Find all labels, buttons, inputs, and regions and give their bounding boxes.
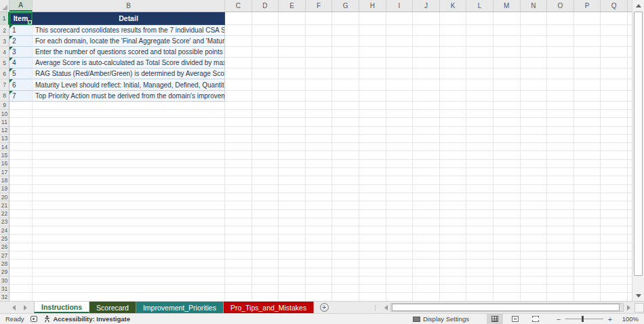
cell-n6[interactable] [521,68,548,79]
cell-h10[interactable] [359,110,386,118]
cell-q17[interactable] [601,168,628,176]
sheet-tab-pro_tips_and_mistakes[interactable]: Pro_Tips_and_Mistakes [224,302,314,313]
cell-q14[interactable] [601,143,628,151]
cell-a8[interactable]: 7 [9,91,33,102]
cell-b12[interactable] [33,127,225,135]
cell-b27[interactable] [33,251,225,260]
cell-c16[interactable] [225,160,252,168]
cell-p1[interactable] [574,12,601,25]
cell-q9[interactable] [601,102,628,110]
cell-q5[interactable] [601,58,628,68]
row-header-23[interactable]: 23 [0,218,9,226]
cell-c10[interactable] [225,110,252,118]
cell-d31[interactable] [252,285,279,293]
cell-g26[interactable] [332,243,359,251]
cell-m21[interactable] [494,201,521,209]
cell-k4[interactable] [440,47,467,58]
cell-f32[interactable] [306,293,333,301]
cell-b22[interactable] [33,210,225,218]
cell-a9[interactable] [9,102,33,110]
cell-k23[interactable] [440,218,467,226]
cell-g24[interactable] [332,226,359,235]
cell-p11[interactable] [574,118,601,126]
cell-i26[interactable] [386,243,414,251]
row-header-32[interactable]: 32 [0,293,9,301]
cell-k11[interactable] [440,118,467,126]
cell-n8[interactable] [521,91,548,102]
row-header-7[interactable]: 7 [0,79,9,90]
cell-d14[interactable] [252,143,279,151]
row-header-25[interactable]: 25 [0,235,9,243]
cell-i13[interactable] [386,135,414,143]
cell-e28[interactable] [279,260,306,268]
cell-j28[interactable] [413,260,440,268]
row-header-27[interactable]: 27 [0,251,9,260]
cell-h15[interactable] [359,151,386,159]
cell-h17[interactable] [359,168,386,176]
cell-l15[interactable] [466,151,494,159]
row-header-22[interactable]: 22 [0,210,9,218]
cell-f1[interactable] [306,12,333,25]
cell-f21[interactable] [306,201,333,209]
cell-o31[interactable] [547,285,574,293]
cell-p23[interactable] [574,218,601,226]
cell-q24[interactable] [601,226,628,235]
cell-h31[interactable] [359,285,386,293]
cell-j1[interactable] [413,12,440,25]
cell-o23[interactable] [547,218,574,226]
cell-a31[interactable] [9,285,33,293]
cell-b18[interactable] [33,176,225,184]
column-header-m[interactable]: M [494,0,521,12]
cell-i19[interactable] [386,185,414,193]
cell-j21[interactable] [413,201,440,209]
cell-g27[interactable] [332,251,359,260]
cell-c11[interactable] [225,118,252,126]
cell-n3[interactable] [521,36,548,47]
cell-f7[interactable] [306,79,333,90]
cell-b5[interactable]: Average Score is auto-calculated as Tota… [33,58,225,68]
cell-e4[interactable] [279,47,306,58]
cell-b14[interactable] [33,143,225,151]
cell-m22[interactable] [494,210,521,218]
cell-e14[interactable] [279,143,306,151]
cell-j29[interactable] [413,268,440,277]
cell-c5[interactable] [225,58,252,68]
cell-c20[interactable] [225,193,252,201]
cell-g1[interactable] [332,12,359,25]
column-header-l[interactable]: L [466,0,494,12]
cell-l14[interactable] [466,143,494,151]
cell-o17[interactable] [547,168,574,176]
cell-n26[interactable] [521,243,548,251]
row-header-31[interactable]: 31 [0,285,9,293]
cell-n12[interactable] [521,127,548,135]
cell-b16[interactable] [33,160,225,168]
cell-l5[interactable] [466,58,494,68]
cell-i31[interactable] [386,285,414,293]
cell-l17[interactable] [466,168,494,176]
cell-h12[interactable] [359,127,386,135]
cell-e20[interactable] [279,193,306,201]
cell-i8[interactable] [386,91,414,102]
cell-g4[interactable] [332,47,359,58]
cell-n23[interactable] [521,218,548,226]
cell-g11[interactable] [332,118,359,126]
cell-k21[interactable] [440,201,467,209]
row-header-30[interactable]: 30 [0,277,9,285]
cell-p15[interactable] [574,151,601,159]
row-header-19[interactable]: 19 [0,185,9,193]
cell-c26[interactable] [225,243,252,251]
cell-l24[interactable] [466,226,494,235]
scroll-left-button[interactable] [381,303,390,312]
cell-m2[interactable] [494,25,521,36]
cell-j16[interactable] [413,160,440,168]
cell-a11[interactable] [9,118,33,126]
cell-l18[interactable] [466,176,494,184]
cell-m30[interactable] [494,277,521,285]
cell-h3[interactable] [359,36,386,47]
cell-i5[interactable] [386,58,414,68]
cell-j18[interactable] [413,176,440,184]
cell-g13[interactable] [332,135,359,143]
row-header-17[interactable]: 17 [0,168,9,176]
cell-n2[interactable] [521,25,548,36]
cell-a15[interactable] [9,151,33,159]
